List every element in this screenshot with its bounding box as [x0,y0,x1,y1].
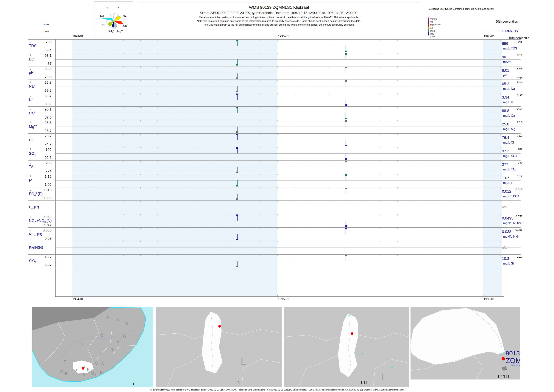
month-tick-strip [55,134,503,135]
row-median-line [55,180,521,181]
year-band-1994 [72,39,277,296]
row-param-name-SO4: SO4= [29,151,37,156]
row-p90-stat: 0.052 [504,215,522,218]
row-p90-stat: 10.7 [504,255,522,258]
row-min-value: 3.32 [28,102,51,106]
row-stat-na: n/a [502,205,507,209]
row-median-line [55,207,521,207]
sample-value-marker-F [345,174,347,176]
sample-bar-F [346,175,346,180]
row-param-name-pH: pH [29,70,34,75]
subregion-L1-map [284,307,409,387]
panel3-watermark-letter: L [381,371,387,383]
row-min-value: 74.2 [28,142,51,146]
map-quaternary-catchment-L11D: 90139 ZQMNLS1 Bruinrug0 L11D [410,307,520,379]
site-location-dot [351,332,353,335]
sample-value-marker-SO4 [236,147,238,149]
row-min-value: 9.92 [28,263,51,267]
sample-value-marker-K [345,104,347,106]
sample-value-marker-Mg [236,131,238,133]
drainage-region-letter-C: C [100,334,103,338]
sample-bar-Mg [346,121,346,126]
sample-value-marker-Cl [236,134,238,135]
month-tick-strip [55,66,503,68]
drainage-region-letter-L: L [84,365,86,369]
month-tick-strip [55,161,503,162]
row-param-name-TDS: TDS [29,44,36,48]
row-param-name-SiO2: SiO2 [29,259,36,264]
row-param-name-K: K+ [29,98,33,102]
sample-value-marker-TAL [345,161,347,162]
sample-value-marker-NH4 [236,239,238,240]
sample-value-marker-NO2NO3 [236,215,238,216]
row-param-name-Ca: Ca++ [29,111,36,115]
drainage-region-letter-X: X [126,322,128,326]
month-tick-strip [55,147,503,148]
row-p90-stat: 3.37 [504,94,522,97]
sample-bar-Cl [237,135,237,140]
sample-value-marker-PO4 [345,188,347,189]
month-tick-strip [55,93,503,94]
sample-value-marker-NH4 [345,228,347,229]
row-min-value: 0.009 [28,196,51,200]
row-unit-label: mgP/L PO4 [503,195,519,198]
sample-value-marker-Na [236,91,238,92]
row-unit-label: mg/L Ca [503,114,515,118]
drainage-region-letter-N: N [87,367,90,372]
month-tick-strip [55,255,503,256]
sample-bar-K [237,94,237,100]
sample-value-marker-pH [345,67,347,68]
row-unit-label: mS/m [503,60,511,64]
row-param-name-Cl: Cl- [29,138,33,142]
month-tick-strip [55,80,503,81]
year-band-1996 [483,39,502,296]
sample-value-marker-F [236,185,238,187]
sample-value-marker-EC [345,53,347,55]
site-id-label: 90139 [506,350,520,357]
month-tick-strip [55,40,503,41]
sample-value-marker-Ca [345,118,347,119]
map-region-L: L L1 [156,307,282,387]
footer-provenance-text: n_gw Data for 90139 from copies of DWS d… [0,389,554,391]
drainage-region-letter-Q: Q [95,361,98,365]
row-median-line [55,59,521,60]
timeseries-panel-chart: 1994-011994-011995-011995-011996-011996-… [0,0,554,306]
drainage-region-letter-T: T [111,348,113,352]
row-param-name-Mg: Mg++ [29,124,37,129]
row-unit-label: mg/L Na [503,87,515,91]
panel3-region-label: L11 [361,380,367,385]
row-median-line [55,46,521,46]
sample-bar-PO4 [346,188,346,194]
x-axis-top-label: 1995-01 [278,35,289,38]
sample-value-marker-Cl [345,145,347,146]
sample-value-marker-SiO2 [236,266,238,267]
row-min-value: 87.5 [28,115,51,119]
month-tick-strip [55,228,503,229]
sample-value-marker-NO2NO3 [345,225,347,227]
sample-value-marker-TDS [236,40,238,41]
sample-value-marker-K [236,93,238,95]
row-p90-stat: 1.12 [504,174,522,177]
row-param-name-Ptot: Ptot(P) [29,205,39,210]
drainage-region-letter-P: P [95,373,97,377]
groundwater-quality-report: *K+TALNa+Cl-Ca++SO4=Mg++ n max min WMS 9… [0,0,554,392]
site-location-dot [502,357,505,360]
building-icon [502,366,507,371]
sample-value-marker-Na [345,80,347,82]
x-axis-bottom-label: 1995-01 [278,298,289,301]
drainage-region-letter-F: F [55,350,58,354]
sample-value-marker-pH [236,77,238,79]
drainage-region-letter-H: H [65,371,68,376]
row-unit-label: mg/L Mg [503,127,515,131]
sample-bar-Ca [237,108,237,113]
row-min-value: 65.2 [28,89,51,93]
sample-value-marker-SO4 [345,158,347,160]
row-min-value: 0.02 [28,236,51,240]
row-boundary-line [28,268,521,268]
row-min-value: 274 [28,169,51,173]
row-p90-stat: 708 [504,40,522,43]
row-min-value: 0.047 [28,223,51,227]
row-unit-label: mg/L F [503,181,513,185]
month-tick-strip [55,214,503,215]
row-param-name-F: F- [29,178,32,182]
